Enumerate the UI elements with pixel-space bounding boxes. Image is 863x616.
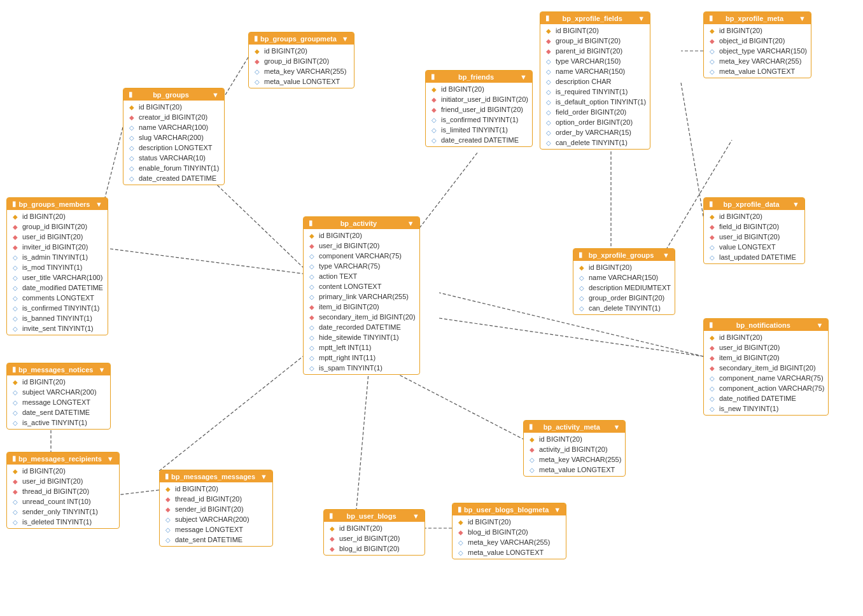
table-row: ◆parent_id BIGINT(20) xyxy=(540,46,650,56)
table-row: ◇type VARCHAR(75) xyxy=(304,261,419,271)
table-row: ◆id BIGINT(20) xyxy=(704,332,828,342)
field-icon: ◇ xyxy=(307,363,316,372)
table-name: bp_groups xyxy=(153,91,189,99)
table-row: ◇meta_key VARCHAR(255) xyxy=(524,454,625,465)
field-icon: ◇ xyxy=(708,57,717,66)
field-text: enable_forum TINYINT(1) xyxy=(139,164,219,172)
field-text: subject VARCHAR(200) xyxy=(22,388,97,396)
fk-icon: ◆ xyxy=(164,494,172,503)
table-header-bp_user_blogs[interactable]: ▮bp_user_blogs▼ xyxy=(324,510,424,522)
dropdown-arrow[interactable]: ▼ xyxy=(614,423,621,431)
table-row: ◇is_new TINYINT(1) xyxy=(704,403,828,414)
dropdown-arrow[interactable]: ▼ xyxy=(554,506,561,514)
dropdown-arrow[interactable]: ▼ xyxy=(98,366,105,374)
table-header-bp_user_blogs_blogmeta[interactable]: ▮bp_user_blogs_blogmeta▼ xyxy=(453,503,566,515)
dropdown-arrow[interactable]: ▼ xyxy=(107,455,114,463)
dropdown-arrow[interactable]: ▼ xyxy=(412,512,419,520)
table-row: ◇date_sent DATETIME xyxy=(160,535,272,545)
field-text: is_spam TINYINT(1) xyxy=(319,364,382,372)
fk-icon: ◆ xyxy=(708,222,717,231)
field-text: content LONGTEXT xyxy=(319,283,381,290)
table-row: ◆id BIGINT(20) xyxy=(426,84,532,94)
dropdown-arrow[interactable]: ▼ xyxy=(638,15,645,22)
field-text: name VARCHAR(150) xyxy=(589,274,658,281)
fk-icon: ◆ xyxy=(127,113,136,122)
table-row: ◇description MEDIUMTEXT xyxy=(573,283,675,293)
table-header-bp_groups_groupmeta[interactable]: ▮bp_groups_groupmeta▼ xyxy=(249,32,354,45)
table-header-bp_xprofile_fields[interactable]: ▮bp_xprofile_fields▼ xyxy=(540,12,650,24)
field-text: item_id BIGINT(20) xyxy=(319,303,379,311)
table-row: ◇is_default_option TINYINT(1) xyxy=(540,97,650,107)
table-row: ◇date_modified DATETIME xyxy=(7,283,108,293)
table-header-bp_xprofile_groups[interactable]: ▮bp_xprofile_groups▼ xyxy=(573,249,675,261)
table-row: ◇type VARCHAR(150) xyxy=(540,56,650,66)
table-name: bp_user_blogs xyxy=(346,512,396,520)
table-row: ◇field_order BIGINT(20) xyxy=(540,107,650,117)
table-header-bp_notifications[interactable]: ▮bp_notifications▼ xyxy=(704,319,828,331)
pk-icon: ◆ xyxy=(577,263,586,272)
table-header-bp_groups_members[interactable]: ▮bp_groups_members▼ xyxy=(7,198,108,210)
dropdown-arrow[interactable]: ▼ xyxy=(260,473,267,480)
table-header-bp_friends[interactable]: ▮bp_friends▼ xyxy=(426,71,532,83)
dropdown-arrow[interactable]: ▼ xyxy=(212,91,219,99)
table-header-bp_messages_messages[interactable]: ▮bp_messages_messages▼ xyxy=(160,470,272,482)
field-icon: ◇ xyxy=(11,398,20,407)
table-header-bp_messages_recipients[interactable]: ▮bp_messages_recipients▼ xyxy=(7,452,119,465)
field-icon: ◇ xyxy=(253,77,262,86)
table-row: ◇order_by VARCHAR(15) xyxy=(540,127,650,137)
dropdown-arrow[interactable]: ▼ xyxy=(792,200,799,208)
table-body-bp_xprofile_data: ◆id BIGINT(20)◆field_id BIGINT(20)◆user_… xyxy=(704,210,804,263)
dropdown-arrow[interactable]: ▼ xyxy=(817,321,824,329)
field-icon: ◇ xyxy=(544,97,553,106)
fk-icon: ◆ xyxy=(708,343,717,352)
field-text: is_default_option TINYINT(1) xyxy=(556,98,646,106)
dropdown-arrow[interactable]: ▼ xyxy=(663,251,670,259)
table-header-bp_xprofile_data[interactable]: ▮bp_xprofile_data▼ xyxy=(704,198,804,210)
table-bp_groups_groupmeta: ▮bp_groups_groupmeta▼◆id BIGINT(20)◆grou… xyxy=(248,32,354,88)
field-icon: ◇ xyxy=(11,263,20,272)
table-body-bp_xprofile_fields: ◆id BIGINT(20)◆group_id BIGINT(20)◆paren… xyxy=(540,24,650,149)
field-text: field_id BIGINT(20) xyxy=(719,223,779,230)
dropdown-arrow[interactable]: ▼ xyxy=(520,73,527,81)
fk-icon: ◆ xyxy=(708,353,717,362)
table-body-bp_activity: ◆id BIGINT(20)◆user_id BIGINT(20)◇compon… xyxy=(304,229,419,374)
table-header-bp_groups[interactable]: ▮bp_groups▼ xyxy=(123,88,224,101)
table-row: ◇meta_value LONGTEXT xyxy=(453,547,566,557)
field-text: field_order BIGINT(20) xyxy=(556,108,626,116)
field-text: is_required TINYINT(1) xyxy=(556,88,628,95)
table-name: bp_xprofile_data xyxy=(724,200,780,208)
table-icon: ▮ xyxy=(129,90,132,99)
field-text: component_action VARCHAR(75) xyxy=(719,384,824,392)
pk-icon: ◆ xyxy=(127,102,136,111)
field-icon: ◇ xyxy=(430,136,439,144)
pk-icon: ◆ xyxy=(11,212,20,221)
table-header-bp_messages_notices[interactable]: ▮bp_messages_notices▼ xyxy=(7,363,110,375)
field-text: date_sent DATETIME xyxy=(175,536,242,543)
table-row: ◇component_action VARCHAR(75) xyxy=(704,383,828,393)
fk-icon: ◆ xyxy=(430,105,439,114)
svg-line-4 xyxy=(356,366,369,509)
table-icon: ▮ xyxy=(529,423,533,431)
table-bp_notifications: ▮bp_notifications▼◆id BIGINT(20)◆user_id… xyxy=(703,318,829,416)
dropdown-arrow[interactable]: ▼ xyxy=(95,200,102,208)
field-icon: ◇ xyxy=(11,314,20,323)
table-header-bp_activity_meta[interactable]: ▮bp_activity_meta▼ xyxy=(524,421,625,433)
svg-line-5 xyxy=(414,153,477,235)
table-header-bp_xprofile_meta[interactable]: ▮bp_xprofile_meta▼ xyxy=(704,12,811,24)
fk-icon: ◆ xyxy=(328,534,337,543)
field-text: user_id BIGINT(20) xyxy=(719,344,780,351)
table-row: ◇description CHAR xyxy=(540,76,650,87)
dropdown-arrow[interactable]: ▼ xyxy=(799,15,806,22)
field-text: message LONGTEXT xyxy=(175,526,243,533)
table-body-bp_notifications: ◆id BIGINT(20)◆user_id BIGINT(20)◆item_i… xyxy=(704,331,828,415)
table-header-bp_activity[interactable]: ▮bp_activity▼ xyxy=(304,217,419,229)
table-body-bp_messages_recipients: ◆id BIGINT(20)◆user_id BIGINT(20)◆thread… xyxy=(7,465,119,528)
table-row: ◆blog_id BIGINT(20) xyxy=(453,527,566,537)
table-row: ◇option_order BIGINT(20) xyxy=(540,117,650,127)
fk-icon: ◆ xyxy=(544,46,553,55)
field-icon: ◇ xyxy=(164,525,172,534)
table-icon: ▮ xyxy=(709,200,713,208)
dropdown-arrow[interactable]: ▼ xyxy=(342,35,349,43)
dropdown-arrow[interactable]: ▼ xyxy=(407,220,414,227)
table-row: ◆id BIGINT(20) xyxy=(524,434,625,444)
